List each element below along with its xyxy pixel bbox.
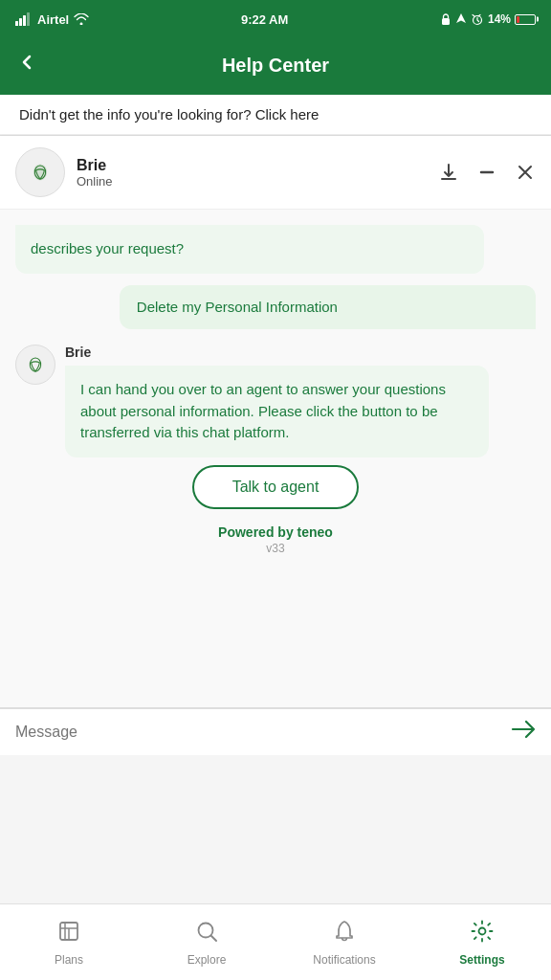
status-right: 14% — [440, 12, 536, 26]
message-input-bar — [0, 708, 551, 755]
brie-content: Brie I can hand you over to an agent to … — [65, 345, 536, 457]
status-time: 9:22 AM — [241, 12, 288, 27]
plans-icon — [56, 919, 81, 949]
svg-rect-3 — [27, 12, 30, 26]
nav-item-notifications[interactable]: Notifications — [276, 919, 413, 967]
carrier-label: Airtel — [37, 12, 69, 27]
message-input[interactable] — [15, 724, 499, 741]
status-carrier: Airtel — [15, 12, 89, 27]
nav-label-explore: Explore — [187, 953, 227, 967]
explore-icon — [194, 919, 219, 949]
bot-message-2: I can hand you over to an agent to answe… — [65, 366, 489, 457]
status-bar: Airtel 9:22 AM 14% — [0, 0, 551, 38]
agent-status: Online — [77, 174, 427, 189]
nav-item-plans[interactable]: Plans — [0, 919, 138, 967]
agent-avatar — [15, 147, 65, 197]
agent-name: Brie — [77, 157, 427, 174]
powered-by: Powered by teneo — [15, 524, 536, 540]
chat-header-actions — [438, 162, 536, 183]
svg-rect-1 — [19, 18, 22, 26]
svg-point-7 — [22, 351, 49, 378]
user-message-1: Delete my Personal Information — [120, 285, 536, 330]
settings-icon — [470, 919, 495, 949]
app-header: Help Center — [0, 38, 551, 92]
nav-label-plans: Plans — [55, 953, 83, 967]
bot-message-1: describes your request? — [15, 225, 484, 274]
bot-message-2-text: I can hand you over to an agent to answe… — [80, 381, 446, 440]
talk-to-agent-button[interactable]: Talk to agent — [192, 465, 360, 509]
svg-rect-4 — [442, 18, 450, 25]
brie-row: Brie I can hand you over to an agent to … — [15, 345, 536, 457]
talk-agent-label: Talk to agent — [232, 479, 320, 495]
chat-widget: Brie Online — [0, 135, 551, 708]
info-bar[interactable]: Didn't get the info you're looking for? … — [0, 95, 551, 135]
version-label: v33 — [15, 542, 536, 555]
nav-label-settings: Settings — [459, 953, 504, 967]
svg-point-8 — [199, 923, 213, 937]
powered-by-text: Powered by — [218, 524, 297, 540]
battery-icon — [515, 14, 536, 25]
download-button[interactable] — [438, 162, 459, 183]
info-text: Didn't get the info you're looking for? … — [19, 106, 319, 122]
brie-name-label: Brie — [65, 345, 536, 360]
nav-label-notifications: Notifications — [313, 953, 375, 967]
bot-message-1-text: describes your request? — [31, 240, 184, 256]
notifications-icon — [332, 919, 357, 949]
nav-item-settings[interactable]: Settings — [413, 919, 551, 967]
back-button[interactable] — [15, 51, 38, 79]
battery-percent: 14% — [488, 12, 511, 26]
nav-item-explore[interactable]: Explore — [138, 919, 276, 967]
minimize-button[interactable] — [476, 162, 497, 183]
powered-by-brand: teneo — [298, 524, 333, 540]
send-button[interactable] — [511, 719, 536, 746]
svg-rect-0 — [15, 21, 18, 26]
svg-rect-2 — [23, 15, 26, 26]
page-title: Help Center — [222, 55, 329, 77]
svg-point-9 — [479, 927, 486, 934]
user-message-1-text: Delete my Personal Information — [137, 299, 338, 315]
agent-info: Brie Online — [77, 157, 427, 189]
close-button[interactable] — [515, 162, 536, 183]
chat-header: Brie Online — [0, 136, 551, 210]
chat-body: describes your request? Delete my Person… — [0, 210, 551, 707]
brie-avatar — [15, 345, 55, 385]
bottom-nav: Plans Explore Notifications Settings — [0, 903, 551, 980]
